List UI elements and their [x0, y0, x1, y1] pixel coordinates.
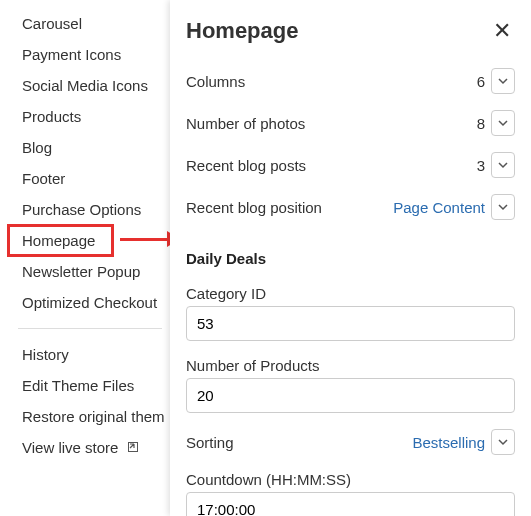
number-of-products-label: Number of Products: [186, 349, 515, 378]
sidebar-item-social-media-icons[interactable]: Social Media Icons: [0, 70, 180, 101]
row-label: Recent blog posts: [186, 157, 477, 174]
sorting-value: Bestselling: [412, 434, 485, 451]
sidebar-item-carousel[interactable]: Carousel: [0, 8, 180, 39]
close-button[interactable]: ✕: [487, 16, 517, 46]
blog-position-dropdown[interactable]: [491, 194, 515, 220]
row-label: Columns: [186, 73, 477, 90]
sidebar-item-newsletter-popup[interactable]: Newsletter Popup: [0, 256, 180, 287]
category-id-input[interactable]: [186, 306, 515, 341]
sidebar-item-footer[interactable]: Footer: [0, 163, 180, 194]
sidebar-divider: [18, 328, 162, 329]
countdown-input[interactable]: [186, 492, 515, 516]
view-live-store-label: View live store: [22, 439, 118, 456]
panel-body: Columns 6 Number of photos 8 Recent blog…: [170, 60, 531, 516]
sorting-dropdown[interactable]: [491, 429, 515, 455]
row-value: 6: [477, 73, 485, 90]
countdown-label: Countdown (HH:MM:SS): [186, 463, 515, 492]
sidebar-item-view-live-store[interactable]: View live store: [0, 432, 180, 463]
chevron-down-icon: [498, 202, 508, 212]
sorting-label: Sorting: [186, 434, 412, 451]
blog-posts-dropdown[interactable]: [491, 152, 515, 178]
row-number-of-photos: Number of photos 8: [186, 102, 515, 144]
sidebar-item-payment-icons[interactable]: Payment Icons: [0, 39, 180, 70]
chevron-down-icon: [498, 437, 508, 447]
row-value: 8: [477, 115, 485, 132]
photos-dropdown[interactable]: [491, 110, 515, 136]
chevron-down-icon: [498, 76, 508, 86]
panel-title: Homepage: [186, 18, 487, 44]
category-id-label: Category ID: [186, 277, 515, 306]
panel-header: Homepage ✕: [170, 0, 531, 60]
columns-dropdown[interactable]: [491, 68, 515, 94]
sidebar-item-edit-theme-files[interactable]: Edit Theme Files: [0, 370, 180, 401]
external-link-icon: [127, 441, 139, 453]
row-sorting: Sorting Bestselling: [186, 421, 515, 463]
sidebar-item-restore-original-theme[interactable]: Restore original them: [0, 401, 180, 432]
sidebar-item-history[interactable]: History: [0, 339, 180, 370]
section-heading-daily-deals: Daily Deals: [186, 228, 515, 277]
row-value: Page Content: [393, 199, 485, 216]
chevron-down-icon: [498, 160, 508, 170]
sidebar-item-homepage[interactable]: Homepage: [8, 225, 113, 256]
row-label: Number of photos: [186, 115, 477, 132]
row-recent-blog-position: Recent blog position Page Content: [186, 186, 515, 228]
sidebar-item-purchase-options[interactable]: Purchase Options: [0, 194, 180, 225]
settings-panel: Homepage ✕ Columns 6 Number of photos 8 …: [170, 0, 531, 516]
number-of-products-input[interactable]: [186, 378, 515, 413]
row-recent-blog-posts: Recent blog posts 3: [186, 144, 515, 186]
chevron-down-icon: [498, 118, 508, 128]
sidebar-item-products[interactable]: Products: [0, 101, 180, 132]
sidebar-item-optimized-checkout[interactable]: Optimized Checkout: [0, 287, 180, 318]
row-value: 3: [477, 157, 485, 174]
row-columns: Columns 6: [186, 60, 515, 102]
row-label: Recent blog position: [186, 199, 393, 216]
sidebar-item-blog[interactable]: Blog: [0, 132, 180, 163]
close-icon: ✕: [493, 18, 511, 43]
